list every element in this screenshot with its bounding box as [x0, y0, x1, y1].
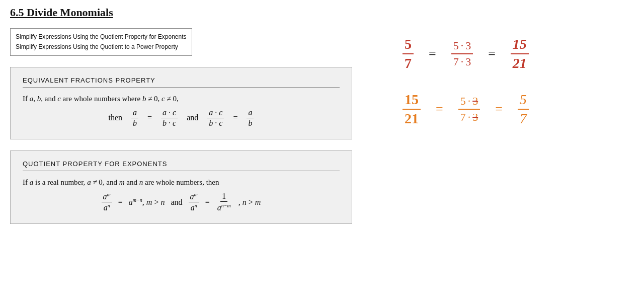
right-panel: 5 7 = 5 · 3 7 · 3 = 15 [382, 6, 634, 296]
then-label: then [109, 113, 123, 122]
hw-row-1: 5 7 = 5 · 3 7 · 3 = 15 [403, 36, 529, 71]
page-title: 6.5 Divide Monomials [10, 6, 372, 19]
hw-row-2: 15 21 = 5 · 3 7 · 3 = 5 [403, 92, 529, 127]
hw-frac-mid-1: 5 · 3 7 · 3 [451, 39, 473, 68]
quotient-formula: am an = am−n, m > n and am an = 1 an−m [23, 192, 340, 213]
frac-am-an-2: am an [189, 192, 199, 213]
frac-ac-bc: a · c b · c [161, 108, 178, 128]
hw-frac-15-21: 15 21 [403, 92, 421, 127]
frac-ac-bc-2: a · c b · c [207, 108, 224, 128]
quotient-property-body: If a is a real number, a ≠ 0, and m and … [23, 178, 340, 213]
comma-n-gt-m: , n > m [238, 198, 261, 207]
hw-mid-num: 5 · 3 [451, 39, 473, 54]
hw-frac-result-1: 15 21 [511, 36, 529, 71]
equivalent-fractions-title: EQUIVALENT FRACTIONS PROPERTY [23, 76, 340, 88]
nav-item-2[interactable]: Simplify Expressions Using the Quotient … [16, 42, 187, 52]
quotient-property-title: QUOTIENT PROPERTY FOR EXPONENTS [23, 160, 340, 171]
frac-a-b-2: a b [247, 108, 254, 128]
hw-frac-result-2: 5 7 [518, 92, 529, 127]
hw-eq-2: = [488, 46, 496, 61]
eq-fractions-condition: If a, b, and c are whole numbers where b… [23, 95, 340, 103]
hw-mid2-num: 5 · 3 [458, 95, 480, 110]
equivalent-fractions-box: EQUIVALENT FRACTIONS PROPERTY If a, b, a… [10, 67, 352, 139]
hw-frac-5-7: 5 7 [403, 36, 414, 71]
hw-eq-3: = [436, 102, 443, 117]
nav-item-1[interactable]: Simplify Expressions Using the Quotient … [16, 32, 187, 42]
left-panel: 6.5 Divide Monomials Simplify Expression… [10, 6, 382, 296]
hw-eq-4: = [495, 102, 503, 117]
quotient-property-box: QUOTIENT PROPERTY FOR EXPONENTS If a is … [10, 150, 352, 224]
hw-mid2-den: 7 · 3 [458, 110, 480, 124]
hw-frac-mid-2: 5 · 3 7 · 3 [458, 95, 480, 124]
nav-box: Simplify Expressions Using the Quotient … [10, 28, 192, 56]
quotient-condition: If a is a real number, a ≠ 0, and m and … [23, 178, 340, 187]
am-minus-n: am−n, m > n [129, 197, 165, 207]
eq-fractions-formula: then a b = a · c b · c and [23, 108, 340, 128]
frac-am-an: am an [102, 192, 112, 213]
and-label: and [187, 113, 198, 122]
frac-1-an-minus-m: 1 an−m [216, 192, 232, 212]
hw-mid-den: 7 · 3 [451, 54, 473, 68]
eq-sign-1: = [147, 113, 152, 122]
eq-sign-2: = [233, 113, 237, 122]
and-label-q: and [171, 198, 182, 207]
equivalent-fractions-body: If a, b, and c are whole numbers where b… [23, 95, 340, 128]
eq-sign-q2: = [205, 198, 210, 207]
page: 6.5 Divide Monomials Simplify Expression… [0, 0, 644, 306]
hw-eq-1: = [429, 46, 436, 61]
eq-sign-q1: = [118, 198, 123, 207]
frac-a-b: a b [131, 108, 138, 128]
